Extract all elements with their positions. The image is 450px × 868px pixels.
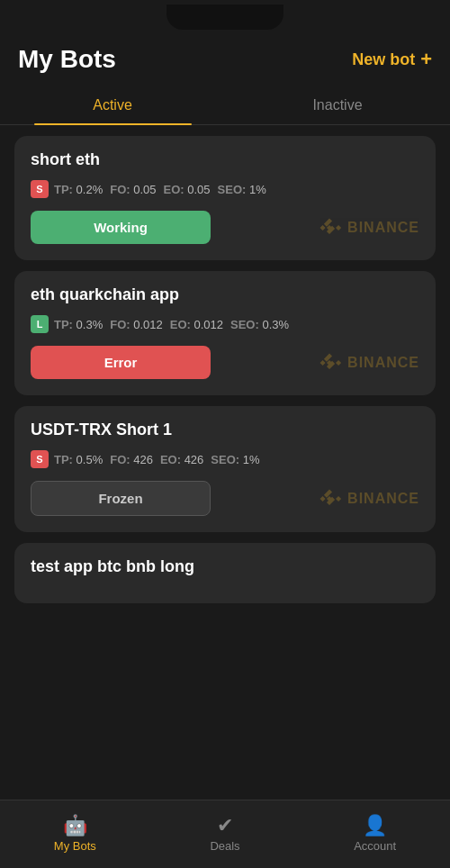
binance-logo: BINANCE	[317, 486, 419, 511]
param-fo: FO: 0.012	[110, 318, 163, 331]
bot-name: eth quarkchain app	[31, 285, 419, 304]
param-tp: TP: 0.3%	[54, 318, 103, 331]
param-tp: TP: 0.2%	[54, 183, 103, 196]
param-eo: EO: 0.012	[170, 318, 223, 331]
params-row: TP: 0.5% FO: 426 EO: 426 SEO: 1%	[54, 453, 260, 466]
bot-card-test-app[interactable]: test app btc bnb long	[14, 543, 436, 603]
deals-label: Deals	[210, 839, 239, 853]
page-title: My Bots	[18, 45, 116, 74]
bot-list: short eth S TP: 0.2% FO: 0.05 EO: 0.05 S…	[0, 125, 450, 614]
param-eo: EO: 426	[160, 453, 203, 466]
binance-text: BINANCE	[347, 491, 419, 507]
bot-card-usdt-trx[interactable]: USDT-TRX Short 1 S TP: 0.5% FO: 426 EO: …	[14, 406, 436, 532]
bot-card-eth-quark[interactable]: eth quarkchain app L TP: 0.3% FO: 0.012 …	[14, 271, 436, 395]
bot-footer: Frozen BINANCE	[31, 481, 419, 516]
bot-footer: Error BINANCE	[31, 346, 419, 379]
bot-badge: L	[31, 315, 49, 333]
mybots-icon: 🤖	[63, 816, 87, 836]
param-seo: SEO: 1%	[211, 453, 259, 466]
header: My Bots New bot +	[0, 36, 450, 74]
deals-icon: ✔	[217, 816, 233, 836]
status-frozen-button[interactable]: Frozen	[31, 481, 211, 516]
nav-item-account[interactable]: 👤 Account	[300, 800, 450, 868]
param-seo: SEO: 0.3%	[230, 318, 289, 331]
params-row: TP: 0.3% FO: 0.012 EO: 0.012 SEO: 0.3%	[54, 318, 289, 331]
bot-name: test app btc bnb long	[31, 557, 419, 576]
bot-name: USDT-TRX Short 1	[31, 420, 419, 439]
tab-active[interactable]: Active	[0, 88, 225, 124]
mybots-label: My Bots	[54, 839, 96, 853]
param-fo: FO: 426	[110, 453, 153, 466]
notch-area	[0, 0, 450, 36]
status-working-button[interactable]: Working	[31, 211, 211, 244]
account-label: Account	[354, 839, 396, 853]
nav-item-deals[interactable]: ✔ Deals	[150, 800, 301, 868]
bottom-nav: 🤖 My Bots ✔ Deals 👤 Account	[0, 800, 450, 868]
param-tp: TP: 0.5%	[54, 453, 103, 466]
tabs-container: Active Inactive	[0, 88, 450, 125]
bot-badge: S	[31, 180, 49, 198]
param-fo: FO: 0.05	[110, 183, 156, 196]
bot-name: short eth	[31, 150, 419, 169]
bot-params: S TP: 0.5% FO: 426 EO: 426 SEO: 1%	[31, 450, 419, 468]
bot-params: L TP: 0.3% FO: 0.012 EO: 0.012 SEO: 0.3%	[31, 315, 419, 333]
nav-item-mybots[interactable]: 🤖 My Bots	[0, 800, 150, 868]
binance-logo: BINANCE	[317, 350, 419, 375]
param-eo: EO: 0.05	[164, 183, 211, 196]
new-bot-button[interactable]: New bot +	[352, 48, 432, 71]
bot-card-short-eth[interactable]: short eth S TP: 0.2% FO: 0.05 EO: 0.05 S…	[14, 136, 436, 260]
new-bot-plus-icon: +	[420, 48, 432, 71]
params-row: TP: 0.2% FO: 0.05 EO: 0.05 SEO: 1%	[54, 183, 266, 196]
bot-badge: S	[31, 450, 49, 468]
tab-inactive[interactable]: Inactive	[225, 88, 450, 124]
notch	[166, 5, 284, 30]
binance-text: BINANCE	[347, 220, 419, 236]
binance-logo: BINANCE	[317, 215, 419, 240]
param-seo: SEO: 1%	[218, 183, 266, 196]
bot-params: S TP: 0.2% FO: 0.05 EO: 0.05 SEO: 1%	[31, 180, 419, 198]
status-error-button[interactable]: Error	[31, 346, 211, 379]
account-icon: 👤	[363, 816, 387, 836]
bot-footer: Working BINANCE	[31, 211, 419, 244]
binance-text: BINANCE	[347, 355, 419, 371]
new-bot-label: New bot	[352, 50, 415, 69]
